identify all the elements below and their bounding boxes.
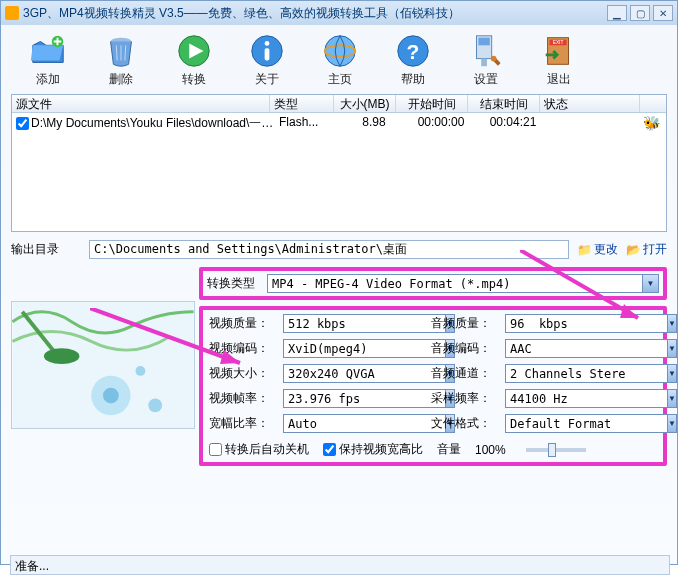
about-button[interactable]: 关于 [230,31,303,88]
audio-codec-combo[interactable]: ▼ [505,339,643,358]
vq-label: 视频质量： [209,315,273,332]
col-status[interactable]: 状态 [540,95,640,112]
svg-point-9 [324,36,354,66]
svg-point-7 [264,41,269,46]
col-type[interactable]: 类型 [270,95,334,112]
output-row: 输出目录 📁 更改 📂 打开 [11,240,667,259]
type-label: 转换类型 [207,275,267,292]
info-icon [247,31,287,71]
chevron-down-icon[interactable]: ▼ [667,339,677,358]
chevron-down-icon[interactable]: ▼ [667,364,677,383]
trash-icon [101,31,141,71]
col-start[interactable]: 开始时间 [396,95,468,112]
vs-label: 视频大小： [209,365,273,382]
chevron-down-icon[interactable]: ▼ [667,414,677,433]
exit-label: 退出 [547,71,571,88]
svg-text:EXIT: EXIT [552,40,563,45]
aspect-ratio-combo[interactable]: ▼ [283,414,421,433]
open-link[interactable]: 📂 打开 [626,241,667,258]
audio-channels-combo[interactable]: ▼ [505,364,643,383]
vc-label: 视频编码： [209,340,273,357]
video-size-combo[interactable]: ▼ [283,364,421,383]
file-format-combo[interactable]: ▼ [505,414,643,433]
row-end: 00:04:21 [477,115,549,132]
delete-button[interactable]: 删除 [84,31,157,88]
row-file: D:\My Documents\Youku Files\download\一… [31,115,279,132]
convert-type-row: 转换类型 ▼ [199,267,667,300]
type-value[interactable] [267,274,642,293]
svg-text:?: ? [406,40,419,63]
window-title: 3GP、MP4视频转换精灵 V3.5——免费、绿色、高效的视频转换工具（佰锐科技… [23,5,460,22]
folder-plus-icon [28,31,68,71]
titlebar: 3GP、MP4视频转换精灵 V3.5——免费、绿色、高效的视频转换工具（佰锐科技… [1,1,677,25]
add-label: 添加 [36,71,60,88]
app-window: 3GP、MP4视频转换精灵 V3.5——免费、绿色、高效的视频转换工具（佰锐科技… [0,0,678,565]
about-label: 关于 [255,71,279,88]
convert-button[interactable]: 转换 [157,31,230,88]
status-text: 准备... [15,559,49,573]
row-start: 00:00:00 [405,115,477,132]
settings-button[interactable]: 设置 [449,31,522,88]
vfps-label: 视频帧率： [209,390,273,407]
delete-label: 删除 [109,71,133,88]
svg-point-21 [44,348,79,364]
volume-value: 100% [475,443,506,457]
bee-icon: 🐝 [643,115,660,131]
add-button[interactable]: 添加 [11,31,84,88]
row-type: Flash... [279,115,343,132]
sr-label: 采样频率： [431,390,495,407]
sample-rate-combo[interactable]: ▼ [505,389,643,408]
svg-point-24 [135,366,145,376]
video-fps-combo[interactable]: ▼ [283,389,421,408]
quality-box: 视频质量： ▼ 音频质量： ▼ 视频编码： ▼ 音频编码： ▼ 视频大小： ▼ … [199,306,667,466]
exit-icon: EXIT [539,31,579,71]
svg-point-23 [103,388,119,404]
play-icon [174,31,214,71]
video-quality-combo[interactable]: ▼ [283,314,421,333]
tools-icon [466,31,506,71]
preview-pane [11,301,195,429]
ar-label: 宽幅比率： [209,415,273,432]
video-codec-combo[interactable]: ▼ [283,339,421,358]
list-row[interactable]: D:\My Documents\Youku Files\download\一… … [12,113,666,134]
output-label: 输出目录 [11,241,89,258]
chevron-down-icon[interactable]: ▼ [642,274,659,293]
keep-aspect-checkbox[interactable]: 保持视频宽高比 [323,441,423,458]
chevron-down-icon[interactable]: ▼ [667,389,677,408]
volume-label: 音量 [437,441,461,458]
app-icon [5,6,19,20]
help-button[interactable]: ? 帮助 [376,31,449,88]
svg-rect-15 [481,59,487,67]
change-link[interactable]: 📁 更改 [577,241,618,258]
list-header: 源文件 类型 大小(MB) 开始时间 结束时间 状态 [12,95,666,113]
col-file[interactable]: 源文件 [12,95,270,112]
svg-rect-14 [478,38,489,46]
ac-label: 音频编码： [431,340,495,357]
col-size[interactable]: 大小(MB) [334,95,396,112]
shutdown-checkbox[interactable]: 转换后自动关机 [209,441,309,458]
ff-label: 文件格式： [431,415,495,432]
svg-point-25 [148,398,162,412]
home-label: 主页 [328,71,352,88]
maximize-button[interactable]: ▢ [630,5,650,21]
audio-quality-combo[interactable]: ▼ [505,314,643,333]
ach-label: 音频通道： [431,365,495,382]
slider-thumb[interactable] [548,443,556,457]
chevron-down-icon[interactable]: ▼ [667,314,677,333]
row-size: 8.98 [343,115,405,132]
settings-label: 设置 [474,71,498,88]
exit-button[interactable]: EXIT 退出 [522,31,595,88]
row-checkbox[interactable] [16,115,29,132]
type-combo[interactable]: ▼ [267,274,659,293]
home-button[interactable]: 主页 [303,31,376,88]
convert-label: 转换 [182,71,206,88]
settings-panel: 转换类型 ▼ 视频质量： ▼ 音频质量： ▼ 视频编码： ▼ 音频编码： ▼ 视… [11,267,667,466]
volume-slider[interactable] [526,448,586,452]
col-end[interactable]: 结束时间 [468,95,540,112]
globe-icon [320,31,360,71]
minimize-button[interactable]: ▁ [607,5,627,21]
help-icon: ? [393,31,433,71]
help-label: 帮助 [401,71,425,88]
close-button[interactable]: ✕ [653,5,673,21]
output-path-input[interactable] [89,240,569,259]
